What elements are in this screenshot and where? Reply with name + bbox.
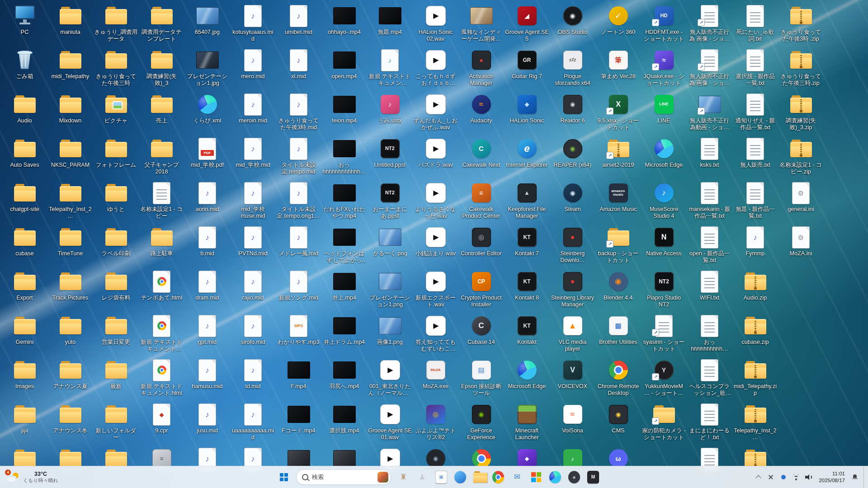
desktop-icon[interactable]: テンポあて.html (139, 267, 184, 312)
desktop-icon[interactable]: ◉CMS (595, 400, 641, 445)
desktop-icon[interactable]: ♪うみ.ustx (367, 90, 413, 135)
desktop-icon[interactable]: Audio (2, 90, 47, 135)
desktop-icon[interactable]: ◉OBS Studio (550, 2, 595, 46)
desktop-icon[interactable]: amazon musicAmazon Music (595, 179, 641, 223)
tray-overflow-chevron-icon[interactable] (752, 469, 764, 485)
desktop-icon[interactable]: 井上ドラム.mp4 (321, 312, 367, 356)
desktop-icon[interactable]: ▶答え知っててもむずいわこれ.wav (413, 312, 458, 356)
desktop-icon[interactable]: 新規 テキストドキュメント (2).html (139, 312, 184, 356)
notification-bell-icon[interactable] (849, 469, 861, 485)
desktop-icon[interactable]: HD↗HDDFMT.exe - ショートカット (641, 2, 687, 46)
desktop-icon[interactable]: ♪umibet.mid (276, 2, 321, 46)
desktop-icon[interactable]: cubase.zip (732, 312, 778, 356)
desktop-icon[interactable]: PDFmid_学校.pdf (184, 135, 230, 179)
taskbar-app-edge[interactable] (546, 468, 564, 486)
desktop-icon[interactable]: ▲VLC media player (550, 312, 595, 356)
desktop-icon[interactable]: ▲Keepforest File Manager (504, 179, 550, 223)
desktop-icon[interactable]: KTKontakt 8 (504, 267, 550, 312)
taskbar-search[interactable]: 検索 (296, 469, 391, 485)
desktop-icon[interactable]: Microsoft Edge (641, 135, 687, 179)
desktop-icon[interactable]: まにまにわーるど！.txt (687, 400, 732, 445)
desktop-icon[interactable]: プレゼンテーション1.jpg (184, 46, 230, 90)
desktop-icon[interactable]: 新しいフォルダー (93, 400, 139, 445)
desktop-icon[interactable]: アナウンス夏 (47, 356, 93, 400)
desktop-icon[interactable]: ♪メドレー風.mid (276, 223, 321, 267)
desktop-icon[interactable]: Telepathy_Inst_2… (732, 400, 778, 445)
desktop-icon[interactable]: ohhayo-.mp4 (321, 2, 367, 46)
desktop-icon[interactable]: ♪meroin.mid (230, 90, 276, 135)
desktop-icon[interactable]: ↗無人販売不正行為 画像 - ショートカット (687, 46, 732, 90)
taskbar-app-discord[interactable]: ◉ (565, 468, 583, 486)
desktop-icon[interactable]: ♪b.mid (184, 223, 230, 267)
desktop-icon[interactable]: Auto Saves (2, 135, 47, 179)
desktop-icon[interactable]: ♪xl.mid (276, 46, 321, 90)
desktop-icon[interactable]: ♪きゅうり食ってた午後3時.mid (276, 90, 321, 135)
desktop-icon[interactable]: ♪タイトル未設定.tempo.orig1.mid (276, 179, 321, 223)
taskbar-app-pinned-game[interactable]: ♜ (394, 468, 412, 486)
desktop-icon[interactable]: きゅうり_調査用データ (93, 2, 139, 46)
desktop-icon[interactable]: Chrome Remote Desktop (595, 356, 641, 400)
show-desktop-strip[interactable] (863, 466, 866, 488)
desktop-icon[interactable]: おっhhhhhhhhhh… (687, 312, 732, 356)
desktop-icon[interactable]: ◉GeForce Experience (458, 400, 504, 445)
desktop-icon[interactable]: ゆうと (93, 179, 139, 223)
taskbar-app-file-explorer[interactable] (470, 468, 488, 486)
desktop-icon[interactable]: ↗無人販売不正行為動画 - ショートカット (687, 90, 732, 135)
desktop-icon[interactable]: NNative Access (641, 223, 687, 267)
desktop-icon[interactable]: ♪MuseScore Studio 4 (641, 179, 687, 223)
bluetooth-icon[interactable] (778, 469, 789, 485)
desktop-icon[interactable]: ♪sirofo.mid (230, 312, 276, 356)
desktop-icon[interactable]: Export (2, 267, 47, 312)
desktop-icon[interactable]: ♪タイトル未設定.tempo.mid (276, 135, 321, 179)
taskbar-app-music-app[interactable]: M (584, 468, 602, 486)
desktop-icon[interactable]: ピクチャ (93, 90, 139, 135)
tray-app-x-icon[interactable] (765, 469, 777, 485)
desktop-icon[interactable]: ↗syasinn - ショートカット (641, 312, 687, 356)
weather-widget[interactable]: 4 33°C くもり時々晴れ (4, 468, 62, 486)
start-button[interactable] (275, 468, 293, 486)
desktop-icon[interactable]: teion.mp4 (321, 90, 367, 135)
desktop-icon[interactable]: 筆筆まめ Ver.28 (595, 46, 641, 90)
desktop-icon[interactable]: yuto (47, 312, 93, 356)
desktop-icon[interactable]: 無人販売.txt (732, 135, 778, 179)
desktop-icon[interactable]: 最新 (93, 356, 139, 400)
desktop-icon[interactable]: ♪hamusu.mid (184, 356, 230, 400)
taskbar-app-pinned-game-2[interactable]: ♟ (413, 468, 431, 486)
desktop-icon[interactable]: manisekarin - 親作品一覧.txt (687, 179, 732, 223)
wifi-icon[interactable] (790, 469, 802, 485)
desktop-icon[interactable]: ♪dram.mid (184, 267, 230, 312)
desktop-icon[interactable]: VVOICEVOX (550, 356, 595, 400)
desktop-icon[interactable]: 名称未設定1 - コピー (139, 179, 184, 223)
desktop-icon[interactable]: 調査練習(失敗)_3.zip (778, 90, 824, 135)
desktop-icon[interactable]: KTKontakt (504, 312, 550, 356)
desktop-icon[interactable]: Minecraft Launcher (504, 400, 550, 445)
desktop-icon[interactable]: cubase (2, 223, 47, 267)
taskbar-app-mail[interactable]: ✉ (508, 468, 526, 486)
desktop-icon[interactable]: NT2おーまーまにあ.ppsf (367, 179, 413, 223)
desktop-icon[interactable]: ≈VoiSona (550, 400, 595, 445)
desktop-icon[interactable]: Telepathy_Inst_2… (47, 179, 93, 223)
desktop-icon[interactable]: ▦Brother Utilities (595, 312, 641, 356)
desktop-icon[interactable]: ⚙MoZA.ini (778, 223, 824, 267)
desktop-icon[interactable]: 売上 (139, 90, 184, 135)
taskbar-app-copilot[interactable] (451, 468, 469, 486)
desktop-icon[interactable]: open.mp4 (321, 46, 367, 90)
desktop-icon[interactable]: TimeTune (47, 223, 93, 267)
desktop-icon[interactable]: ◉Reaktor 6 (550, 90, 595, 135)
desktop-icon[interactable]: 無題.mp4 (367, 2, 413, 46)
desktop-icon[interactable]: NKSC_PARAM (47, 135, 93, 179)
desktop-icon[interactable]: ♪jusu.mid (184, 400, 230, 445)
desktop-icon[interactable]: eInternet Explorer (504, 135, 550, 179)
taskbar-app-photos-app[interactable]: ▣ (432, 468, 450, 486)
desktop-icon[interactable]: LINELINE (641, 90, 687, 135)
desktop-icon[interactable]: ♪rajio.mid (230, 267, 276, 312)
desktop-icon[interactable]: ≈Audacity (458, 90, 504, 135)
desktop-icon[interactable]: おっhhhhhhhhhhhh… (321, 135, 367, 179)
desktop-icon[interactable]: KTKontakt 7 (504, 223, 550, 267)
desktop-icon[interactable]: ≈↗JQuake.exe - ショートカット (641, 46, 687, 90)
desktop-icon[interactable]: 死にたい_ゅ歌詞.txt (732, 2, 778, 46)
desktop-icon[interactable]: MP3わかりやす.mp3 (276, 312, 321, 356)
desktop-icon[interactable]: 無題 - 親作品一覧.txt (732, 179, 778, 223)
desktop-icon[interactable]: ▶パズドラ.wav (413, 135, 458, 179)
desktop-icon[interactable]: ◆HALion Sonic (504, 90, 550, 135)
